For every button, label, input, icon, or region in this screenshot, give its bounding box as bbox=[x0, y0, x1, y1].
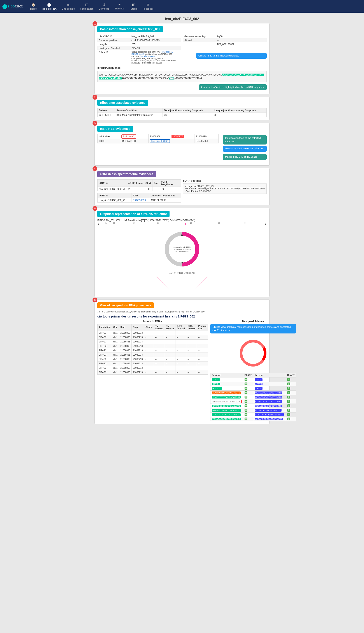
value-assembly: hg38 bbox=[216, 34, 267, 38]
nav-home-label: Home bbox=[30, 8, 36, 10]
nav-feedback[interactable]: ✉ Feedback bbox=[140, 1, 156, 12]
col-forward: Forward bbox=[210, 373, 243, 377]
cell-gc-fwd: – bbox=[176, 361, 186, 366]
cell-tm-rev: – bbox=[165, 357, 176, 361]
cell-blast-r: 0 bbox=[286, 395, 296, 399]
value-otherid: Circ2Disease:hsa_circ_0005075 circAtlas:… bbox=[130, 50, 181, 65]
cell-stop: 21089213 bbox=[132, 357, 144, 361]
cell-tm-rev: – bbox=[165, 339, 176, 344]
m6a-table: m6A sites Tool: macs2; 21050966 21050976… bbox=[97, 134, 218, 143]
cell-gc-fwd: – bbox=[176, 366, 186, 370]
section-primer-title: View of designed circRNA primer sets bbox=[97, 302, 154, 308]
col-prod-size: Product size bbox=[197, 324, 208, 331]
download-icon: ⬇ bbox=[102, 3, 106, 7]
cell-rev: ...ATTC bbox=[253, 377, 286, 382]
tick-20: 20 bbox=[190, 222, 192, 224]
cell-stop: 21089213 bbox=[132, 366, 144, 370]
circrna-sequence-area: circRNA sequence: AATTCCTAGAGGACCTGTGCAA… bbox=[97, 66, 267, 91]
info-row-symbol: Host gene Symbol EIF4G3 bbox=[97, 46, 181, 50]
gene-label: EIF4G3 [NM_001198802] chr1 Exon Number[3… bbox=[97, 219, 267, 222]
nav-statistics[interactable]: ≡ Statistics bbox=[112, 1, 127, 12]
col-unique-fp: Unique junction-spanning footprints bbox=[213, 108, 267, 113]
corf-start-val: 180 bbox=[144, 187, 152, 191]
value-length: 205 bbox=[130, 42, 181, 46]
col-junc-hits: Junction peptide hits bbox=[150, 193, 181, 198]
circatlas-link[interactable]: circAtlas:hsa-EIF4G3_0022 bbox=[132, 51, 173, 55]
ruler-arrow: ◀ bbox=[97, 223, 99, 225]
info-row-otherid: Other ID Circ2Disease:hsa_circ_0005075 c… bbox=[97, 50, 181, 65]
cell-chr: chr1 bbox=[112, 348, 119, 353]
pxd-link[interactable]: PXD016999 bbox=[133, 199, 146, 201]
col-dataset: Dataset bbox=[98, 108, 115, 113]
ires-pos: 97–205,0-1 bbox=[194, 139, 218, 143]
cell-tm-fwd: – bbox=[154, 348, 165, 353]
label-pos: Genome position bbox=[97, 38, 130, 42]
circle-label-1: no.sample: 1/1=100% bbox=[174, 246, 190, 248]
nav-download-label: Download bbox=[99, 8, 110, 10]
ruler-line: 31 30 25 21 20 10 5 bbox=[100, 224, 264, 224]
cell-fwd: CCTC... bbox=[210, 382, 243, 386]
info-row-strand: Strand – bbox=[183, 38, 267, 42]
nav-ribo-circrna[interactable]: ⬤ Ribo-circRNA bbox=[40, 1, 59, 12]
label-symbol: Host gene Symbol bbox=[97, 46, 130, 50]
primer-input-row: EIF4G3 chr1 21050865 21089213 - – – – – … bbox=[98, 353, 208, 357]
nav-circ-peptide[interactable]: ◈ Circ-peptide bbox=[59, 1, 77, 12]
tool-label: Tool: macs2; bbox=[122, 134, 136, 139]
primer-input-table: Annotation Chr Start Stop Strand TM forw… bbox=[97, 324, 208, 375]
nav-home[interactable]: 🏠 Home bbox=[28, 1, 39, 12]
m6a-pos-2-highlight: 21050976 bbox=[170, 134, 194, 139]
nav-download[interactable]: ⬇ Download bbox=[96, 1, 112, 12]
primer-designed-row: GACAGCGGGAGTGAAGATTC 0 ATCGTCCCTGGACTCTC… bbox=[210, 408, 296, 412]
col-start: Start bbox=[144, 179, 152, 187]
cell-stop: 21089213 bbox=[132, 339, 144, 344]
cell-fwd: AGAGGTTGTTGCACAGGTCC bbox=[210, 399, 243, 404]
section-corf-title: cORF/Mass spectrometric evidences bbox=[97, 171, 156, 177]
cell-prod: – bbox=[197, 348, 208, 353]
basic-info-right: Genome assembly hg38 Strand – NM_0011988… bbox=[183, 34, 267, 65]
cell-blast-r: 0 bbox=[286, 386, 296, 390]
nav-tutorial[interactable]: ◧ Tutorial bbox=[127, 1, 140, 12]
cell-prod: – bbox=[197, 335, 208, 339]
primer-circle-svg bbox=[236, 336, 270, 371]
primer-input-row: EIF4G3 chr1 21050865 21089213 - – – – – … bbox=[98, 357, 208, 361]
primer-designed-row: CCTC... 0 ...ATTC 0 bbox=[210, 382, 296, 386]
cell-strand: - bbox=[144, 353, 154, 357]
tick-30: 30 bbox=[113, 222, 115, 224]
cell-tm-rev: – bbox=[165, 331, 176, 335]
cell-annot: EIF4G3 bbox=[98, 344, 112, 348]
circle-arrow-top: ▶ bbox=[181, 234, 183, 237]
cell-strand: - bbox=[144, 370, 154, 374]
cell-annot: EIF4G3 bbox=[98, 370, 112, 374]
ires-id-value[interactable]: hsa_Ires_00206.1 bbox=[150, 139, 170, 143]
section-ribosome: 2 Ribosome associated evidence Dataset S… bbox=[94, 97, 270, 120]
circle-diagram-area: ▶ ◀ no.sample: 1/1=100% overlap.tool: 1/… bbox=[97, 227, 267, 274]
primer-designed-row: GAGGTTGTTGCACAGGTCCT 0 CCTACCCCATCCCCTTA… bbox=[210, 395, 296, 399]
junc-hits-val: MHRPLDSLK bbox=[150, 198, 181, 202]
cell-start: 21050865 bbox=[119, 361, 132, 366]
value-pos: chr1:21050865–21089213 bbox=[130, 38, 181, 42]
basic-info-table: riboCIRC ID hsa_circEIF4G3_002 Genome po… bbox=[97, 34, 181, 65]
primer-designed-row: TCAAGAGGTTGTTGCACAGG 0 ACAAGGGGGCATCCAAA… bbox=[210, 412, 296, 417]
circbase-link[interactable]: hsa_circ_0005075 bbox=[140, 55, 156, 57]
circrna-tooltip-area: Click to jump to the circAtlas database bbox=[183, 53, 267, 59]
corf-frame-val: 2 bbox=[127, 187, 144, 191]
primer-right-col: Designed Primers Click to view graphical… bbox=[210, 320, 296, 421]
section-graphical: 5 Graphical representation of circRNA st… bbox=[94, 208, 270, 297]
nav-visualization[interactable]: ◫ Visualization bbox=[78, 1, 96, 12]
section-primer: 6 View of designed circRNA primer sets .… bbox=[94, 299, 270, 424]
ruler-area: ◀ 31 30 25 21 20 10 5 ▶ bbox=[97, 223, 267, 225]
cell-start: 21050865 bbox=[119, 344, 132, 348]
corf-content: cORF id cORF_frame Start End cORF length… bbox=[97, 179, 267, 202]
cell-blast-r: 0 bbox=[286, 377, 296, 382]
feedback-icon: ✉ bbox=[146, 3, 150, 7]
col-tm-rev: TM reverse bbox=[165, 324, 176, 331]
logo-text: riboCIRC bbox=[8, 5, 23, 8]
primer-designed-header: Forward BLAST Reverse BLAST bbox=[210, 373, 296, 377]
cell-gc-fwd: – bbox=[176, 357, 186, 361]
ires-row: IRES IRESbase_ID hsa_Ires_00206.1 97–205… bbox=[98, 139, 218, 143]
ribosome-row-1: GSE85864 K562Meg01|platelets|reticulocyt… bbox=[98, 113, 267, 117]
m6a-tooltip-area: A selected m6A site is highlighted on th… bbox=[97, 83, 267, 91]
col-gc-fwd: GC% forward bbox=[176, 324, 186, 331]
cell-start: 21050865 bbox=[119, 348, 132, 353]
col-reverse: Reverse bbox=[253, 373, 286, 377]
